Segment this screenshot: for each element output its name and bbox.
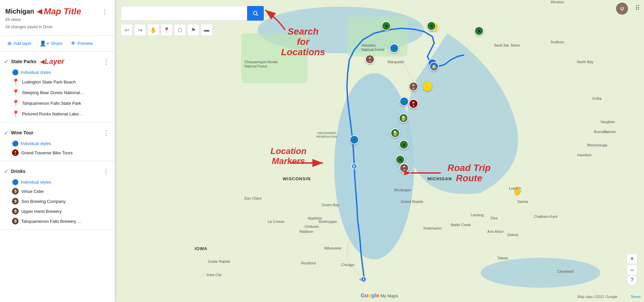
add-layer-label: Add layer: [13, 41, 32, 46]
redo-button[interactable]: ↪: [134, 24, 146, 36]
pin-button[interactable]: 📍: [161, 24, 173, 36]
city-label-cleveland: Cleveland: [557, 269, 573, 273]
city-label-lacrosse: La Crosse: [268, 220, 284, 224]
drink-marker-map-2[interactable]: 🍺: [391, 128, 400, 138]
list-item[interactable]: 📍 Pictured Rocks National Lake…: [0, 108, 115, 119]
state-parks-individual-styles[interactable]: 🔵 Individual styles: [0, 68, 115, 76]
search-button[interactable]: [247, 6, 264, 21]
pan-button[interactable]: ✋: [147, 24, 159, 36]
share-button[interactable]: 👤+ Share: [38, 39, 65, 48]
map-title: Michigan: [5, 8, 34, 15]
drink-item-4: Tahquamenon Falls Brewery …: [21, 219, 81, 224]
city-label-chicago: Chicago: [341, 263, 354, 267]
food-marker-1[interactable]: ✕: [382, 21, 391, 31]
undo-button[interactable]: ↩: [121, 24, 133, 36]
shape-button[interactable]: ⬡: [174, 24, 186, 36]
saved-status: All changes saved in Drive: [5, 25, 109, 29]
region-label-iowa: IOWA: [195, 246, 208, 251]
forest-label-chequamegon: Chequamegon-NicoletNational Forest: [244, 60, 278, 69]
park-marker-map-1[interactable]: 🌲: [350, 135, 359, 144]
list-item[interactable]: 🍷 Grand Traverse Bike Tours: [0, 148, 115, 158]
special-marker-3[interactable]: 🔔: [429, 62, 439, 71]
list-item[interactable]: 🍺 Upper Hand Brewery: [0, 206, 115, 216]
wine-tour-individual-styles[interactable]: 🔵 Individual styles: [0, 139, 115, 148]
park-marker-map-2[interactable]: 🌲: [400, 97, 409, 106]
list-item[interactable]: 🍺 Soo Brewing Company: [0, 196, 115, 206]
road-trip-annotation: Road TripRoute: [447, 163, 491, 184]
styles-icon-d: 🔵: [12, 179, 19, 185]
map-area[interactable]: A B Chicago Milwaukee Madison Green Bay …: [115, 0, 644, 302]
drinks-individual-styles[interactable]: 🔵 Individual styles: [0, 178, 115, 186]
share-icon: 👤+: [40, 40, 49, 47]
food-marker-5[interactable]: ✕: [396, 155, 405, 164]
list-item[interactable]: 📍 Sleeping Bear Dunes National…: [0, 87, 115, 98]
city-label-orillia: Orillia: [592, 96, 601, 100]
list-item[interactable]: 🍺 Virtue Cider: [0, 186, 115, 196]
city-label-rockford: Rockford: [301, 261, 316, 265]
wine-marker-map-1[interactable]: 🍷: [409, 99, 418, 108]
google-logo: Google: [361, 293, 379, 299]
svg-point-8: [361, 277, 366, 282]
city-label-milwaukee: Milwaukee: [324, 246, 342, 250]
city-label-greenbay: Green Bay: [322, 203, 339, 207]
food-marker-4[interactable]: ✕: [399, 140, 408, 149]
drink-item-2: Soo Brewing Company: [21, 199, 66, 204]
preview-label: Preview: [78, 41, 93, 46]
my-maps-label: My Maps: [381, 293, 398, 298]
city-label-cedarrapids: Cedar Rapids: [208, 259, 230, 263]
region-label-michigan: MICHIGAN: [427, 176, 452, 181]
sidebar-header: Michigan ◀ Map Title ⋮ 69 views All chan…: [0, 0, 115, 36]
city-label-oshkosh: Oshkosh: [304, 225, 319, 228]
city-label-sarnia: Sarnia: [517, 200, 528, 204]
city-label-brampton: Brampton: [594, 130, 610, 134]
city-label-grandrapids: Grand Rapids: [401, 200, 423, 204]
brown-marker-2[interactable]: 🍷: [365, 55, 375, 64]
state-parks-layer-name: State Parks: [11, 59, 36, 64]
special-marker-1[interactable]: ⭐: [423, 82, 432, 91]
park-item-2: Sleeping Bear Dunes National…: [22, 90, 84, 95]
food-marker-2[interactable]: ✕: [427, 21, 436, 31]
city-label-kalamazoo: Kalamazoo: [423, 226, 442, 230]
user-avatar[interactable]: U: [616, 3, 628, 15]
map-options-button[interactable]: ⋮: [100, 6, 109, 17]
styles-icon-wt: 🔵: [12, 140, 19, 147]
search-input[interactable]: [121, 6, 247, 21]
search-bar: [121, 6, 264, 21]
state-parks-options-button[interactable]: ⋮: [101, 56, 111, 67]
park-item-1: Ludington State Park Beach: [22, 79, 76, 84]
brown-marker-3[interactable]: 🍷: [400, 163, 409, 173]
drink-marker-1: 🍺: [12, 188, 19, 195]
preview-button[interactable]: 👁 Preview: [69, 39, 95, 48]
city-label-northbay: North Bay: [577, 60, 593, 64]
svg-text:A: A: [362, 278, 365, 281]
city-label-madison: Madison: [299, 229, 313, 233]
zoom-in-button[interactable]: +: [627, 253, 637, 264]
city-label-mississauga: Mississauga: [587, 143, 607, 147]
list-item[interactable]: 🍺 Tahquamenon Falls Brewery …: [0, 216, 115, 226]
city-label-vaughan: Vaughan: [600, 120, 615, 124]
brown-marker-1[interactable]: 🍷: [409, 82, 418, 91]
city-label-marquette: Marquette: [388, 60, 404, 64]
line-button[interactable]: ⚑: [187, 24, 199, 36]
wine-marker-1: 🍷: [12, 149, 19, 156]
wine-tour-options-button[interactable]: ⋮: [101, 127, 111, 138]
drink-item-3: Upper Hand Brewery: [21, 209, 62, 214]
park-marker-map-4[interactable]: 🌲: [390, 44, 399, 53]
wine-tour-checkbox[interactable]: ✓: [4, 130, 8, 136]
state-parks-checkbox[interactable]: ✓: [4, 59, 8, 65]
list-item[interactable]: 📍 Tahquamenon Falls State Park: [0, 98, 115, 108]
help-button[interactable]: ?: [627, 275, 637, 285]
list-item[interactable]: 📍 Ludington State Park Beach: [0, 76, 115, 87]
drink-marker-2: 🍺: [12, 198, 19, 205]
add-layer-button[interactable]: ⊕ Add layer: [5, 39, 34, 48]
city-label-toronto: Toronto: [604, 130, 616, 134]
food-marker-3[interactable]: ✕: [474, 26, 484, 36]
terms-link[interactable]: Terms: [631, 295, 641, 299]
drink-marker-map-1[interactable]: 🍺: [399, 113, 408, 123]
svg-point-12: [253, 11, 257, 15]
measure-button[interactable]: ▬: [201, 24, 213, 36]
apps-button[interactable]: ⠿: [635, 4, 640, 12]
drinks-options-button[interactable]: ⋮: [101, 166, 111, 177]
zoom-out-button[interactable]: −: [627, 265, 637, 275]
drinks-checkbox[interactable]: ✓: [4, 168, 8, 175]
